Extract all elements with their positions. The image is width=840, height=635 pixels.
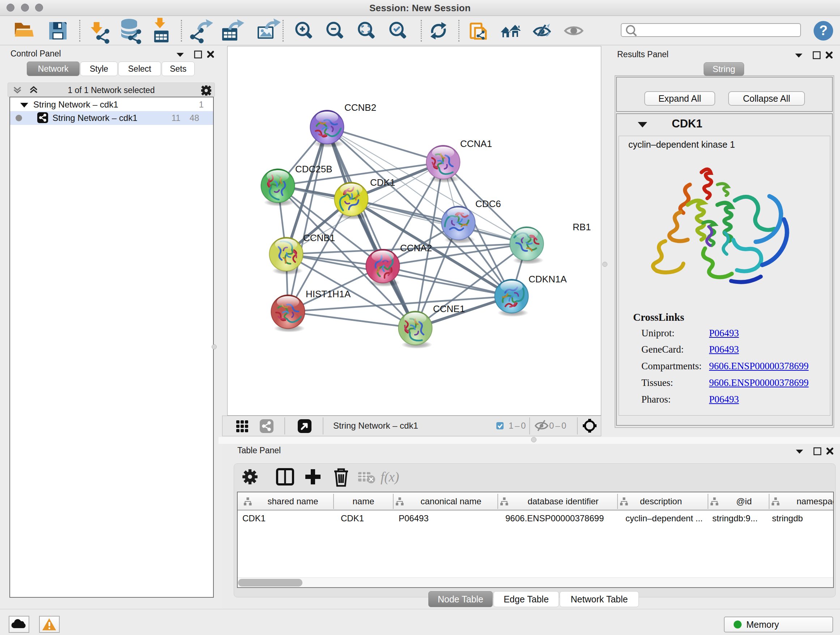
svg-text:CDKN1A: CDKN1A <box>529 274 567 285</box>
svg-text:HIST1H1A: HIST1H1A <box>306 288 351 299</box>
svg-text:CCNE1: CCNE1 <box>433 303 465 314</box>
svg-text:RB1: RB1 <box>573 222 591 233</box>
svg-text:CDC25B: CDC25B <box>295 164 332 174</box>
svg-text:CCNA2: CCNA2 <box>400 242 432 253</box>
svg-text:CDC6: CDC6 <box>475 198 501 209</box>
svg-text:CCNB2: CCNB2 <box>344 102 376 113</box>
svg-text:CCNA1: CCNA1 <box>460 138 492 149</box>
svg-text:f(x): f(x) <box>381 470 399 485</box>
svg-text:?: ? <box>819 23 827 38</box>
svg-text:CCNB1: CCNB1 <box>303 233 335 243</box>
svg-text:CDK1: CDK1 <box>370 177 395 188</box>
